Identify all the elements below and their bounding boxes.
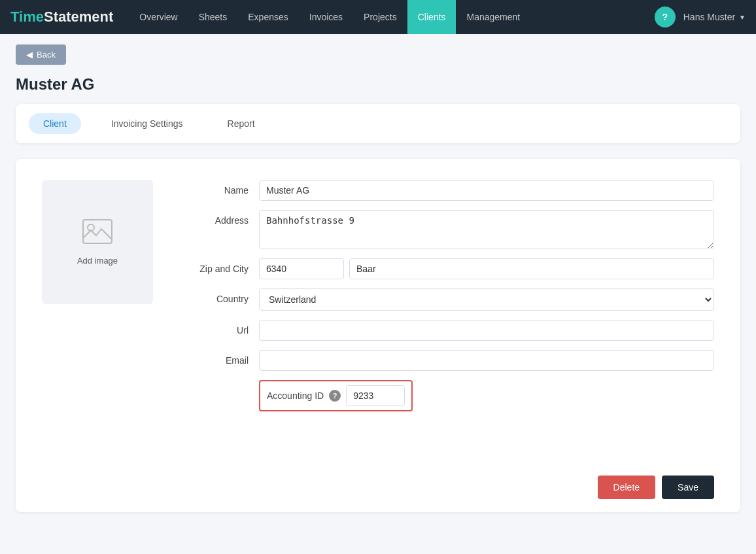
help-button[interactable]: ?	[655, 7, 676, 27]
accounting-id-label: Accounting ID	[267, 390, 324, 401]
form-fields: Name Address Zip and City	[174, 180, 714, 421]
url-row: Url	[174, 320, 714, 341]
zip-input[interactable]	[259, 258, 344, 279]
accounting-id-label-spacer	[174, 393, 259, 398]
nav-sheets[interactable]: Sheets	[188, 0, 238, 34]
nav-right: ? Hans Muster ▼	[655, 7, 746, 27]
form-card: Add image Name Address Zip and City	[16, 159, 740, 512]
name-label: Name	[174, 180, 259, 196]
country-row: Country Switzerland Germany Austria Fran…	[174, 288, 714, 311]
back-button[interactable]: ◀ Back	[16, 44, 66, 65]
accounting-id-input[interactable]	[346, 385, 405, 406]
email-row: Email	[174, 350, 714, 371]
page-content: ◀ Back Muster AG Client Invoicing Settin…	[0, 34, 756, 523]
tab-report[interactable]: Report	[213, 113, 269, 134]
url-label: Url	[174, 320, 259, 336]
url-input[interactable]	[259, 320, 714, 341]
nav-clients[interactable]: Clients	[407, 0, 456, 34]
brand-time: Time	[10, 9, 44, 25]
nav-projects[interactable]: Projects	[353, 0, 407, 34]
nav-expenses[interactable]: Expenses	[237, 0, 298, 34]
zip-city-row: Zip and City	[174, 258, 714, 279]
image-placeholder-icon	[82, 218, 113, 251]
svg-rect-0	[83, 220, 112, 243]
email-label: Email	[174, 350, 259, 366]
nav-invoices[interactable]: Invoices	[299, 0, 353, 34]
address-row: Address	[174, 210, 714, 249]
user-menu-caret: ▼	[739, 14, 746, 21]
address-input[interactable]	[259, 210, 714, 249]
page-title: Muster AG	[16, 75, 740, 94]
user-name: Hans Muster	[683, 12, 735, 22]
form-actions: Delete Save	[598, 476, 714, 499]
address-label: Address	[174, 210, 259, 226]
nav-links: Overview Sheets Expenses Invoices Projec…	[129, 0, 654, 34]
delete-button[interactable]: Delete	[598, 476, 655, 499]
nav-overview[interactable]: Overview	[129, 0, 188, 34]
city-input[interactable]	[349, 258, 714, 279]
accounting-id-box: Accounting ID ?	[259, 380, 413, 411]
accounting-id-row: Accounting ID ?	[174, 380, 714, 411]
brand: TimeStatement	[10, 9, 113, 26]
nav-management[interactable]: Management	[456, 0, 530, 34]
tabs-container: Client Invoicing Settings Report	[16, 104, 740, 143]
tab-client[interactable]: Client	[29, 113, 81, 134]
accounting-id-help-icon[interactable]: ?	[329, 390, 341, 402]
form-layout: Add image Name Address Zip and City	[42, 180, 714, 421]
email-input[interactable]	[259, 350, 714, 371]
brand-statement: Statement	[44, 9, 113, 25]
navbar: TimeStatement Overview Sheets Expenses I…	[0, 0, 756, 34]
save-button[interactable]: Save	[662, 476, 714, 499]
user-menu[interactable]: Hans Muster ▼	[683, 12, 746, 22]
country-label: Country	[174, 288, 259, 304]
tab-invoicing-settings[interactable]: Invoicing Settings	[97, 113, 198, 134]
name-input[interactable]	[259, 180, 714, 201]
name-row: Name	[174, 180, 714, 201]
image-panel[interactable]: Add image	[42, 180, 153, 304]
back-arrow-icon: ◀	[26, 50, 33, 60]
back-label: Back	[37, 50, 56, 60]
zip-city-label: Zip and City	[174, 258, 259, 274]
add-image-label: Add image	[77, 256, 118, 266]
zip-city-inputs	[259, 258, 714, 279]
country-select[interactable]: Switzerland Germany Austria France Italy…	[259, 288, 714, 311]
